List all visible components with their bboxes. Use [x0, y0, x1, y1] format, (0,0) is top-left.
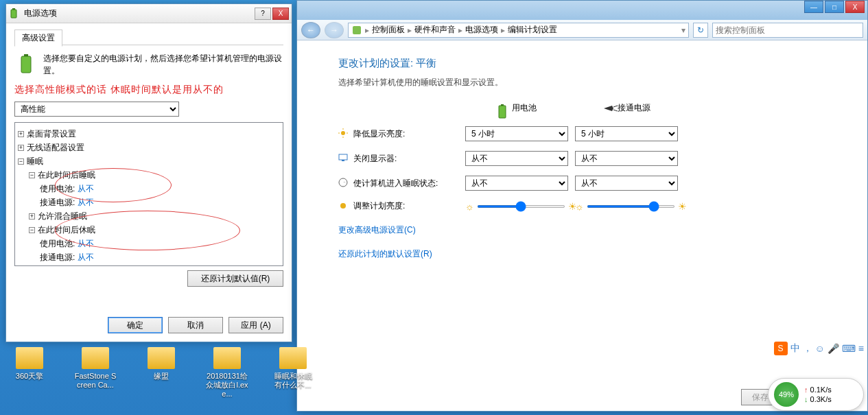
- collapse-icon[interactable]: −: [18, 158, 24, 165]
- navigation-bar: ← → ▸ 控制面板 ▸ 硬件和声音 ▸ 电源选项 ▸ 编辑计划设置 ▾ ↻: [297, 20, 867, 40]
- brightness-plugged-slider[interactable]: [587, 205, 675, 208]
- folder-icon: [82, 347, 109, 369]
- cpu-usage-badge: 49%: [774, 382, 799, 407]
- breadcrumb-item[interactable]: 控制面板: [372, 24, 405, 36]
- svg-point-9: [341, 131, 345, 135]
- chevron-right-icon[interactable]: ▸: [458, 25, 462, 35]
- off-battery-select[interactable]: 从不: [465, 151, 568, 166]
- dim-plugged-select[interactable]: 5 小时: [575, 126, 678, 141]
- column-header-battery: 用电池: [512, 102, 537, 114]
- tree-item[interactable]: 桌面背景设置: [27, 129, 76, 139]
- chevron-right-icon[interactable]: ▸: [501, 25, 505, 35]
- desktop-icons: 360天擎 FastStone Screen Ca... 缘盟 20180131…: [7, 347, 316, 399]
- tree-value[interactable]: 从不: [78, 239, 94, 248]
- breadcrumb-item[interactable]: 硬件和声音: [414, 24, 456, 36]
- collapse-icon[interactable]: −: [29, 227, 35, 233]
- ime-menu-icon[interactable]: ≡: [858, 343, 864, 354]
- apply-button[interactable]: 应用 (A): [228, 317, 283, 333]
- page-title: 更改计划的设置: 平衡: [338, 57, 826, 70]
- tree-value[interactable]: 从不: [78, 198, 94, 207]
- sleep-battery-select[interactable]: 从不: [465, 176, 568, 191]
- tree-item[interactable]: 允许混合睡眠: [38, 211, 87, 221]
- maximize-button[interactable]: □: [825, 1, 844, 13]
- sogou-icon[interactable]: S: [774, 342, 788, 355]
- window-titlebar[interactable]: — □ X: [297, 1, 867, 20]
- restore-defaults-button[interactable]: 还原计划默认值(R): [187, 270, 283, 287]
- svg-rect-15: [342, 160, 344, 161]
- chevron-right-icon[interactable]: ▸: [365, 25, 369, 35]
- tree-key: 接通电源:: [40, 198, 75, 207]
- link-advanced-settings[interactable]: 更改高级电源设置(C): [338, 224, 826, 236]
- ime-mic-icon[interactable]: 🎤: [828, 343, 839, 354]
- monitor-icon: [338, 153, 349, 164]
- power-options-dialog: 电源选项 ? X 高级设置 选择您要自定义的电源计划，然后选择您希望计算机管理的…: [5, 3, 292, 342]
- folder-icon: [213, 347, 241, 369]
- tree-item[interactable]: 在此时间后睡眠: [38, 170, 95, 180]
- close-button[interactable]: X: [272, 8, 289, 20]
- breadcrumb[interactable]: ▸ 控制面板 ▸ 硬件和声音 ▸ 电源选项 ▸ 编辑计划设置 ▾: [348, 23, 689, 38]
- desktop-icon[interactable]: FastStone Screen Ca...: [73, 347, 118, 399]
- brightness-battery-slider[interactable]: [477, 205, 565, 208]
- chevron-right-icon[interactable]: ▸: [408, 25, 412, 35]
- svg-rect-14: [339, 154, 347, 160]
- row-label-off: 关闭显示器:: [353, 153, 397, 165]
- battery-large-icon: [14, 52, 38, 75]
- dialog-info-text: 选择您要自定义的电源计划，然后选择您希望计算机管理的电源设置。: [43, 52, 283, 77]
- ime-emoji-icon[interactable]: ☺: [815, 343, 825, 354]
- download-speed: 0.3K/s: [804, 394, 832, 404]
- tree-key: 接通电源:: [40, 252, 75, 262]
- minimize-button[interactable]: —: [804, 1, 823, 13]
- dialog-title: 电源选项: [24, 8, 255, 19]
- ime-lang-label[interactable]: 中: [790, 342, 800, 355]
- dialog-titlebar[interactable]: 电源选项 ? X: [6, 4, 292, 23]
- network-speed-widget[interactable]: 49% 0.1K/s 0.3K/s: [768, 378, 864, 411]
- tab-header: 高级设置: [14, 29, 283, 45]
- page-subtitle: 选择希望计算机使用的睡眠设置和显示设置。: [338, 77, 826, 88]
- close-button[interactable]: X: [845, 1, 865, 13]
- link-restore-defaults[interactable]: 还原此计划的默认设置(R): [338, 248, 826, 260]
- plug-icon: [602, 103, 613, 114]
- tree-item[interactable]: 在此时间后休眠: [38, 225, 95, 235]
- chevron-down-icon[interactable]: ▾: [681, 25, 685, 35]
- folder-icon: [148, 347, 175, 369]
- breadcrumb-item[interactable]: 编辑计划设置: [508, 24, 557, 36]
- dim-battery-select[interactable]: 5 小时: [465, 126, 568, 141]
- off-plugged-select[interactable]: 从不: [575, 151, 678, 166]
- desktop-icon[interactable]: 缘盟: [139, 347, 184, 399]
- tab-advanced[interactable]: 高级设置: [14, 29, 62, 47]
- svg-rect-4: [353, 26, 361, 34]
- ime-keyboard-icon[interactable]: ⌨: [842, 343, 856, 354]
- expand-icon[interactable]: +: [18, 131, 24, 137]
- desktop-icon[interactable]: 360天擎: [7, 347, 52, 399]
- svg-rect-3: [24, 54, 28, 56]
- ime-toolbar[interactable]: S 中 ， ☺ 🎤 ⌨ ≡: [774, 342, 864, 355]
- breadcrumb-item[interactable]: 电源选项: [465, 24, 498, 36]
- tree-key: 使用电池:: [40, 184, 75, 193]
- nav-back-button[interactable]: ←: [301, 22, 320, 38]
- battery-icon: [497, 103, 508, 114]
- desktop-icon[interactable]: 20180131给众城放白l.exe...: [204, 347, 250, 399]
- tree-value[interactable]: 从不: [78, 252, 94, 262]
- expand-icon[interactable]: +: [18, 145, 24, 151]
- help-button[interactable]: ?: [255, 8, 271, 20]
- svg-rect-1: [12, 8, 15, 10]
- ime-punct-icon[interactable]: ，: [803, 342, 812, 355]
- row-label-brightness: 调整计划亮度:: [353, 200, 405, 212]
- sleep-plugged-select[interactable]: 从不: [575, 176, 678, 191]
- ok-button[interactable]: 确定: [108, 317, 163, 333]
- row-label-sleep: 使计算机进入睡眠状态:: [353, 178, 438, 189]
- collapse-icon[interactable]: −: [29, 172, 35, 178]
- cp-icon: [351, 25, 362, 36]
- desktop-icon[interactable]: 睡眠和休眠 有什么不...: [270, 347, 316, 399]
- tree-value[interactable]: 从不: [78, 184, 94, 193]
- search-input[interactable]: [712, 23, 863, 38]
- expand-icon[interactable]: +: [29, 213, 35, 220]
- upload-speed: 0.1K/s: [804, 385, 832, 394]
- nav-forward-button[interactable]: →: [325, 22, 344, 38]
- settings-tree[interactable]: +桌面背景设置 +无线适配器设置 −睡眠 −在此时间后睡眠 使用电池: 从不 接…: [14, 122, 283, 266]
- power-plan-select[interactable]: 高性能: [14, 102, 179, 117]
- refresh-button[interactable]: ↻: [693, 23, 708, 38]
- tree-item[interactable]: 睡眠: [27, 156, 43, 166]
- tree-item[interactable]: 无线适配器设置: [27, 143, 84, 152]
- cancel-button[interactable]: 取消: [168, 317, 223, 333]
